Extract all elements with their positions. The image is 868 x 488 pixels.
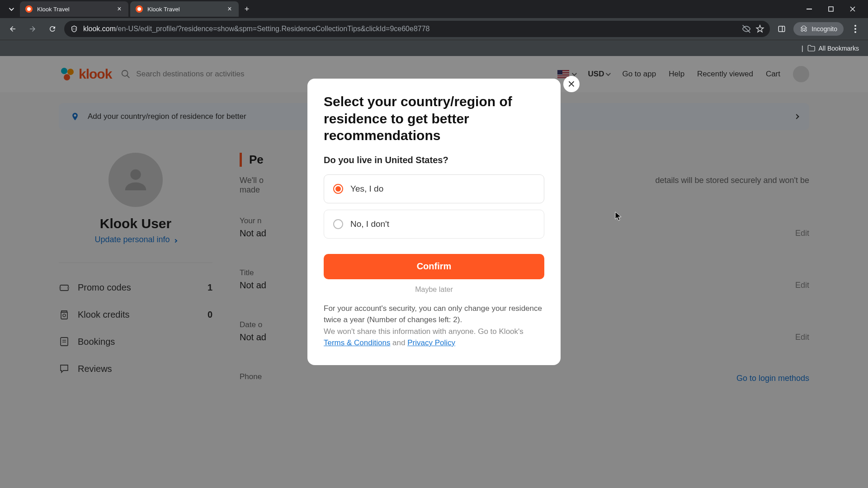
svg-rect-5: [829, 7, 833, 11]
url-host: klook.com: [83, 25, 116, 33]
svg-point-1: [27, 7, 31, 11]
bookmarks-separator: |: [802, 45, 803, 52]
close-button[interactable]: ×: [563, 76, 580, 92]
tab-search-dropdown[interactable]: [4, 2, 18, 16]
confirm-button[interactable]: Confirm: [324, 254, 544, 279]
forward-button[interactable]: [24, 21, 41, 37]
browser-menu-icon[interactable]: [847, 21, 863, 37]
svg-point-3: [137, 7, 141, 11]
incognito-badge[interactable]: Incognito: [793, 22, 844, 36]
svg-point-8: [854, 25, 856, 27]
eye-off-icon[interactable]: [742, 24, 751, 33]
tab-close-icon[interactable]: ×: [116, 5, 123, 13]
url-path: /en-US/edit_profile/?residence=show&spm=…: [116, 25, 429, 33]
svg-rect-4: [807, 9, 812, 9]
footer-and: and: [390, 338, 407, 347]
incognito-label: Incognito: [811, 25, 837, 33]
tab-favicon-icon: [25, 5, 33, 13]
browser-tab-1[interactable]: Klook Travel ×: [130, 1, 239, 17]
incognito-icon: [800, 25, 808, 33]
tab-favicon-icon: [136, 5, 143, 13]
radio-label: No, I don't: [350, 219, 389, 229]
terms-link[interactable]: Terms & Conditions: [324, 338, 390, 347]
browser-toolbar: klook.com/en-US/edit_profile/?residence=…: [0, 18, 868, 40]
minimize-icon[interactable]: [803, 3, 816, 15]
new-tab-button[interactable]: +: [241, 3, 253, 15]
modal-overlay: × Select your country/region of residenc…: [0, 56, 868, 488]
tab-title: Klook Travel: [147, 6, 222, 13]
browser-tab-0[interactable]: Klook Travel ×: [20, 1, 128, 17]
close-window-icon[interactable]: [846, 3, 859, 15]
svg-point-10: [854, 31, 856, 33]
url-text: klook.com/en-US/edit_profile/?residence=…: [83, 25, 737, 33]
svg-rect-6: [778, 26, 785, 32]
maximize-icon[interactable]: [825, 3, 837, 15]
footer-security-text: For your account's security, you can onl…: [324, 304, 542, 324]
tab-bar: Klook Travel × Klook Travel × +: [0, 0, 868, 18]
side-panel-icon[interactable]: [774, 21, 790, 37]
maybe-later-link[interactable]: Maybe later: [324, 286, 544, 294]
url-bar[interactable]: klook.com/en-US/edit_profile/?residence=…: [64, 21, 770, 37]
footer-share-text: We won't share this information with any…: [324, 327, 524, 336]
modal-footer: For your account's security, you can onl…: [324, 303, 544, 349]
folder-icon: [807, 44, 815, 52]
modal-subtitle: Do you live in United States?: [324, 155, 544, 165]
modal-title: Select your country/region of residence …: [324, 93, 544, 144]
window-controls: [803, 3, 864, 15]
residence-modal: × Select your country/region of residenc…: [307, 79, 561, 365]
all-bookmarks-label: All Bookmarks: [819, 45, 859, 52]
bookmarks-bar: | All Bookmarks: [0, 40, 868, 56]
star-icon[interactable]: [755, 24, 764, 33]
tab-close-icon[interactable]: ×: [226, 5, 233, 13]
tab-title: Klook Travel: [37, 6, 111, 13]
radio-option-no[interactable]: No, I don't: [324, 210, 544, 239]
radio-icon: [333, 184, 343, 194]
radio-label: Yes, I do: [350, 184, 383, 194]
reload-button[interactable]: [44, 21, 61, 37]
privacy-link[interactable]: Privacy Policy: [407, 338, 455, 347]
radio-option-yes[interactable]: Yes, I do: [324, 174, 544, 203]
svg-point-9: [854, 28, 856, 30]
all-bookmarks-button[interactable]: All Bookmarks: [807, 44, 859, 52]
site-settings-icon[interactable]: [70, 24, 79, 33]
radio-icon: [333, 219, 343, 229]
back-button[interactable]: [5, 21, 21, 37]
